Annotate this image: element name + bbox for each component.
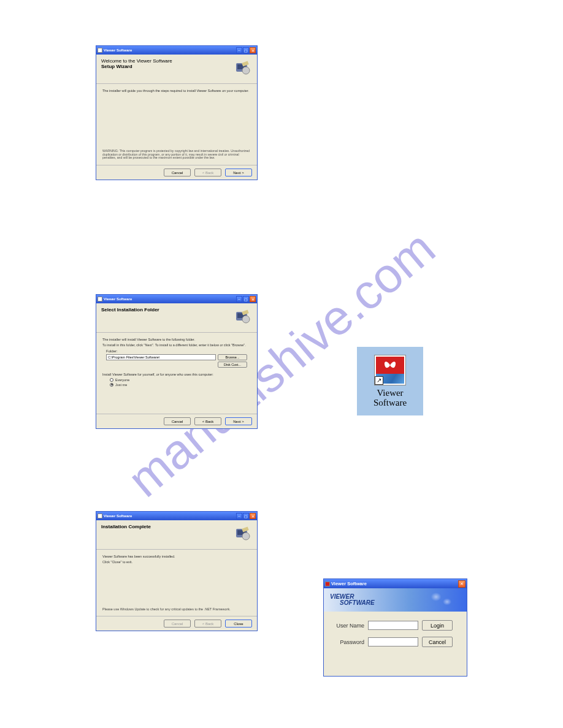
header-title: Installation Complete bbox=[101, 524, 151, 545]
installer-icon bbox=[234, 307, 252, 325]
radio-justme-label: Just me bbox=[115, 383, 127, 387]
wizard-body: The installer will guide you through the… bbox=[96, 84, 257, 98]
installer-icon bbox=[234, 524, 252, 542]
minimize-button[interactable]: – bbox=[236, 47, 242, 53]
titlebar: Viewer Software – ▢ ✕ bbox=[96, 512, 257, 520]
username-label: User Name bbox=[330, 623, 364, 629]
next-button[interactable]: Next > bbox=[225, 169, 252, 176]
app-icon bbox=[98, 514, 102, 518]
shortcut-arrow-icon: ↗ bbox=[375, 376, 383, 385]
radio-icon bbox=[110, 383, 113, 387]
radio-everyone-label: Everyone bbox=[115, 378, 129, 382]
installer-icon bbox=[234, 58, 252, 77]
svg-rect-11 bbox=[242, 526, 248, 532]
wizard-body: Viewer Software has been successfully in… bbox=[96, 550, 257, 569]
disk-cost-button[interactable]: Disk Cost... bbox=[218, 362, 247, 368]
maximize-button[interactable]: ▢ bbox=[243, 47, 249, 53]
wizard-header: Welcome to the Viewer Software Setup Wiz… bbox=[96, 55, 257, 84]
close-button[interactable]: ✕ bbox=[250, 47, 256, 53]
folder-intro: The installer will install Viewer Softwa… bbox=[102, 338, 251, 342]
cancel-button[interactable]: Cancel bbox=[164, 417, 191, 425]
close-button[interactable]: ✕ bbox=[458, 580, 465, 588]
cancel-button: Cancel bbox=[164, 620, 191, 628]
password-label: Password bbox=[330, 639, 364, 645]
window-title: Viewer Software bbox=[104, 514, 132, 518]
framework-note: Please use Windows Update to check for a… bbox=[102, 607, 251, 611]
next-button[interactable]: Next > bbox=[225, 417, 252, 425]
svg-rect-3 bbox=[242, 61, 248, 66]
header-line2: Setup Wizard bbox=[101, 64, 172, 69]
password-input[interactable] bbox=[368, 637, 418, 646]
close-instruction: Click "Close" to exit. bbox=[102, 560, 251, 564]
cancel-login-button[interactable]: Cancel bbox=[422, 637, 453, 647]
button-bar: Cancel < Back Next > bbox=[96, 414, 257, 428]
complete-text: Viewer Software has been successfully in… bbox=[102, 555, 251, 559]
wizard-complete-window: Viewer Software – ▢ ✕ Installation Compl… bbox=[96, 511, 258, 631]
wizard-welcome-window: Viewer Software – ▢ ✕ Welcome to the Vie… bbox=[96, 45, 258, 180]
browse-button[interactable]: Browse... bbox=[218, 354, 247, 360]
header-title: Select Installation Folder bbox=[101, 307, 159, 328]
svg-point-6 bbox=[242, 316, 250, 323]
wizard-body: The installer will install Viewer Softwa… bbox=[96, 333, 257, 392]
titlebar: Viewer Software ✕ bbox=[324, 579, 467, 588]
window-title: Viewer Software bbox=[104, 48, 132, 52]
close-button[interactable]: ✕ bbox=[250, 513, 256, 519]
folder-input[interactable] bbox=[106, 354, 216, 360]
warning-text: WARNING: This computer program is protec… bbox=[102, 150, 251, 160]
titlebar: Viewer Software – ▢ ✕ bbox=[96, 46, 257, 55]
back-button: < Back bbox=[194, 169, 221, 176]
app-icon bbox=[98, 297, 102, 301]
window-title: Viewer Software bbox=[104, 297, 132, 301]
app-icon bbox=[98, 48, 102, 53]
back-button[interactable]: < Back bbox=[194, 417, 221, 425]
back-button: < Back bbox=[194, 620, 221, 628]
shortcut-label: Viewer Software bbox=[373, 388, 407, 408]
shortcut-icon: ↗ bbox=[374, 355, 406, 385]
maximize-button[interactable]: ▢ bbox=[243, 513, 249, 519]
close-button[interactable]: ✕ bbox=[250, 296, 256, 302]
folder-label: Folder: bbox=[106, 349, 251, 353]
wizard-header: Installation Complete bbox=[96, 520, 257, 550]
welcome-text: The installer will guide you through the… bbox=[102, 89, 251, 93]
svg-rect-7 bbox=[242, 309, 248, 315]
login-banner: VIEWER SOFTWARE bbox=[324, 588, 467, 612]
button-bar: Cancel < Back Close bbox=[96, 616, 257, 631]
radio-everyone[interactable]: Everyone bbox=[110, 378, 243, 382]
install-for-text: Install Viewer Software for yourself, or… bbox=[102, 373, 251, 377]
login-form: User Name Login Password Cancel bbox=[324, 612, 467, 662]
minimize-button[interactable]: – bbox=[236, 296, 242, 302]
wizard-folder-window: Viewer Software – ▢ ✕ Select Installatio… bbox=[96, 294, 258, 429]
desktop-shortcut[interactable]: ↗ Viewer Software bbox=[357, 347, 423, 415]
svg-point-2 bbox=[242, 67, 250, 74]
login-window: Viewer Software ✕ VIEWER SOFTWARE User N… bbox=[323, 578, 467, 677]
svg-point-10 bbox=[242, 533, 250, 540]
app-icon bbox=[325, 582, 330, 586]
titlebar: Viewer Software – ▢ ✕ bbox=[96, 295, 257, 303]
header-line1: Welcome to the Viewer Software bbox=[101, 58, 172, 64]
minimize-button[interactable]: – bbox=[236, 513, 242, 519]
banner-line2: SOFTWARE bbox=[340, 600, 375, 606]
window-title: Viewer Software bbox=[331, 581, 367, 586]
wizard-header: Select Installation Folder bbox=[96, 303, 257, 333]
login-button[interactable]: Login bbox=[422, 620, 453, 631]
maximize-button[interactable]: ▢ bbox=[243, 296, 249, 302]
close-wizard-button[interactable]: Close bbox=[225, 620, 252, 628]
username-input[interactable] bbox=[368, 621, 418, 630]
button-bar: Cancel < Back Next > bbox=[96, 165, 257, 180]
radio-icon bbox=[110, 378, 113, 382]
radio-justme[interactable]: Just me bbox=[110, 383, 243, 387]
folder-instruction: To install in this folder, click "Next".… bbox=[102, 343, 251, 347]
cancel-button[interactable]: Cancel bbox=[164, 169, 191, 176]
